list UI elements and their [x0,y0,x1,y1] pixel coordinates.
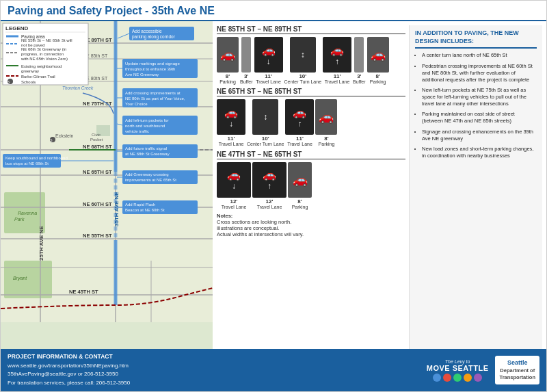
page-title: Paving and Safety Project - 35th Ave NE [8,5,539,17]
lane-graphic: ↕ [290,37,316,73]
svg-text:Park: Park [14,217,25,222]
info-item-6: New load zones and short-term parking ch… [422,146,537,159]
footer-project-label: PROJECT INFORMATION & CONTACT [8,352,130,362]
svg-text:NE 65TH ST: NE 65TH ST [83,169,112,175]
lane-width: 12' [266,198,274,205]
notes-line-1: Cross sections are looking north. [217,219,291,225]
svg-text:with NE 65th Vision Zero): with NE 65th Vision Zero) [21,57,68,61]
lane-label: Travel Lane [287,142,312,147]
lane-label: Travel Lane [219,142,244,147]
lane-graphic: 🚗 [217,37,239,73]
lane-travel-up-47-65: 🚗 ↑ 12' Travel Lane [252,162,286,210]
svg-text:Bryant: Bryant [13,276,27,281]
lane-center-65-85: ↕ 10' Center Turn Lane [247,99,284,147]
lane-travel-down-85-89: 🚗 ↓ 11' Travel Lane [254,37,283,85]
footer: PROJECT INFORMATION & CONTACT www.seattl… [1,349,546,391]
svg-text:Schools: Schools [21,80,36,84]
svg-text:progress, in connection: progress, in connection [21,52,64,56]
svg-text:Add left-turn pockets for: Add left-turn pockets for [125,118,169,122]
cross-sections-area: NE 85TH ST – NE 89TH ST 🚗 8' Parking [217,25,405,349]
lane-width: 8' [375,73,379,79]
header: Paving and Safety Project - 35th Ave NE [1,1,546,21]
svg-text:Pocket: Pocket [90,138,103,142]
section-title-85-89: NE 85TH ST – NE 89TH ST [217,25,405,34]
section-title-47-65: NE 47TH ST – NE 65TH ST [217,151,405,159]
info-item-5: Signage and crossing enhancements on the… [422,129,537,142]
lane-label: Parking [370,79,386,85]
svg-text:Add Rapid Flash: Add Rapid Flash [125,202,155,207]
lane-width: 11' [228,135,235,142]
svg-text:LEGEND: LEGEND [5,25,29,31]
lane-graphic: ↕ [252,99,278,135]
footer-contact: PROJECT INFORMATION & CONTACT www.seattl… [8,352,130,388]
svg-text:NE 80th St as part of Your Voi: NE 80th St as part of Your Voice, [125,96,185,101]
lane-width: 10' [262,135,269,142]
lane-width: 11' [296,135,304,142]
lane-travel-down-65-85: 🚗 ↓ 11' Travel Lane [217,99,245,147]
lane-width: 3' [357,73,361,79]
svg-text:NE 68TH ST: NE 68TH ST [83,144,112,150]
svg-text:NE 60TH ST: NE 60TH ST [83,201,112,207]
lane-graphic: 🚗 ↑ [323,37,351,73]
info-panel-list: A center turn lane north of NE 65th St P… [415,52,537,159]
lane-travel-up-65-85: 🚗 ↑ 11' Travel Lane [285,99,314,147]
svg-rect-5 [4,261,52,298]
svg-text:bus stops at NE 68th St: bus stops at NE 68th St [5,161,49,166]
lane-width: 8' [226,73,230,79]
move-seattle-logo-container: The Levy to MOVE SEATTLE [427,359,489,382]
svg-text:NE 45TH ST: NE 45TH ST [69,289,98,295]
svg-text:NE 55TH ST: NE 55TH ST [83,233,112,239]
lane-label: Parking [292,205,308,210]
lane-graphic [241,37,251,73]
lane-parking-65-85: 🚗 8' Parking [315,99,337,147]
lane-buffer-right-85-89: 3' Buffer [353,37,366,85]
svg-text:parking along corridor: parking along corridor [132,34,176,40]
svg-text:Add crossing improvements at: Add crossing improvements at [125,91,181,95]
svg-text:throughout to enhance 39th: throughout to enhance 39th [125,67,175,71]
lane-label: Center Turn Lane [284,79,321,85]
svg-text:vehicle traffic: vehicle traffic [125,129,149,133]
lane-buffer-left-85-89: 3' Buffer [240,37,253,85]
lane-label: Travel Lane [256,79,281,85]
svg-text:Ravenna: Ravenna [18,211,37,215]
svg-text:Thornton Creek: Thornton Creek [62,86,94,90]
svg-text:Add Greenway crossing: Add Greenway crossing [125,172,169,177]
svg-text:Your Choice: Your Choice [125,102,148,106]
lane-travel-down-47-65: 🚗 ↓ 12' Travel Lane [217,162,251,210]
lane-label: Buffer [353,79,366,85]
svg-text:35TH AVE NE: 35TH AVE NE [114,192,120,226]
svg-text:NE 68th St Greenway (in: NE 68th St Greenway (in [21,47,66,51]
lane-width: 3' [244,73,248,79]
svg-text:greenway: greenway [21,69,39,73]
info-item-4: Parking maintained on east side of stree… [422,111,537,125]
section-65-85: NE 65TH ST – NE 85TH ST 🚗 ↓ 11' Travel L… [217,88,405,147]
lane-width: 10' [299,73,306,79]
lane-graphic: 🚗 ↑ [285,99,314,135]
lane-travel-up-85-89: 🚗 ↑ 11' Travel Lane [323,37,351,85]
lane-graphic: 🚗 ↓ [217,99,245,135]
map-area: Ravenna Park Bryant NE 89TH ST NE 85th S… [1,21,213,349]
svg-text:Update markings and signage: Update markings and signage [125,62,180,66]
content-area: Ravenna Park Bryant NE 89TH ST NE 85th S… [1,21,546,349]
svg-text:improvements at NE 65th St: improvements at NE 65th St [125,178,176,182]
svg-text:at NE 68th St Greenway: at NE 68th St Greenway [125,152,170,156]
lane-graphic: 🚗 [315,99,337,135]
svg-text:Existing neighborhood: Existing neighborhood [21,64,62,68]
lane-width: 11' [265,73,272,79]
lane-graphic: 🚗 [367,37,389,73]
lane-label: Travel Lane [222,205,247,210]
lane-graphic [354,37,364,73]
lane-label: Parking [319,142,335,147]
section-47-65: NE 47TH ST – NE 65TH ST 🚗 ↓ 12' Travel L… [217,151,405,210]
svg-text:Keep southbound and northbound: Keep southbound and northbound [5,156,68,160]
lane-width: 8' [324,135,328,142]
lane-label: Travel Lane [325,79,350,85]
notes-line-2: Illustrations are conceptual. [217,225,279,231]
svg-text:25TH AVE NE: 25TH AVE NE [38,226,44,261]
svg-text:north and southbound: north and southbound [125,124,165,128]
notes-line-3: Actual widths at intersections will vary… [217,231,304,237]
svg-text:Eckstein: Eckstein [55,133,74,138]
lane-label: Center Turn Lane [247,142,284,147]
footer-logos: The Levy to MOVE SEATTLE Seattle Departm… [427,356,539,384]
lane-label: Parking [219,79,236,85]
